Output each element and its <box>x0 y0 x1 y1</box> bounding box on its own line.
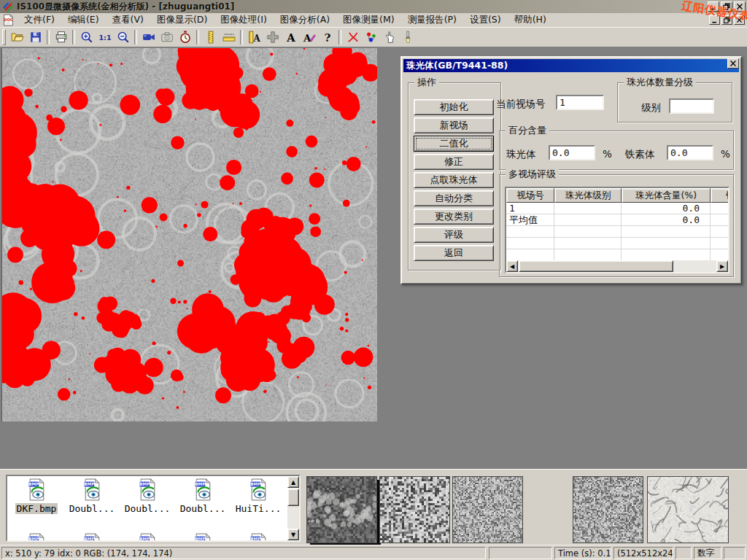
video-capture-icon[interactable] <box>139 28 158 47</box>
op-button-2[interactable]: 新视场 <box>414 117 494 133</box>
file-name[interactable]: Doubl... <box>123 503 172 514</box>
table-column-header-2[interactable]: 珠光体级别 <box>554 188 622 203</box>
ruler-horizontal-icon[interactable] <box>220 28 238 47</box>
timer-icon[interactable] <box>176 28 194 47</box>
file-list-vscrollbar[interactable]: ▲ ▼ <box>287 476 299 540</box>
op-button-7[interactable]: 更改类别 <box>414 209 494 225</box>
mdi-close-icon[interactable] <box>734 15 745 25</box>
thumbnail-4[interactable] <box>573 476 643 543</box>
svg-text:BMP: BMP <box>28 537 39 541</box>
move-icon[interactable] <box>263 28 282 47</box>
table-row[interactable] <box>506 226 728 238</box>
thumbnail-5[interactable] <box>647 476 729 543</box>
scroll-left-icon[interactable]: ◀ <box>506 260 518 272</box>
file-item-partial[interactable]: BMP <box>177 533 229 542</box>
svg-text:1:1: 1:1 <box>98 34 111 42</box>
table-column-header-3[interactable]: 珠光体含量(%) <box>622 188 711 203</box>
table-row[interactable] <box>506 249 728 261</box>
close-icon[interactable] <box>734 1 746 12</box>
micrograph-image[interactable] <box>1 48 377 421</box>
menu-item-9[interactable]: 设置(S) <box>463 13 508 27</box>
op-button-5[interactable]: 点取珠光体 <box>414 172 494 188</box>
table-row[interactable] <box>506 238 728 249</box>
particle-analysis-icon[interactable] <box>362 28 380 47</box>
dialog-title-bar[interactable]: 珠光体(GB/T9441-88) <box>403 59 739 72</box>
dialog-close-icon[interactable] <box>727 58 739 69</box>
menu-item-4[interactable]: 图像显示(D) <box>150 13 214 27</box>
app-icon[interactable] <box>2 1 14 12</box>
save-icon[interactable] <box>26 28 44 47</box>
document-icon[interactable]: DOC <box>2 14 15 26</box>
op-button-3[interactable]: 二值化 <box>414 136 494 152</box>
op-button-4[interactable]: 修正 <box>414 154 494 170</box>
op-button-1[interactable]: 初始化 <box>414 99 494 115</box>
table-column-header-4[interactable]: 铁素体 <box>711 188 729 203</box>
curve-tool-icon[interactable] <box>344 28 362 47</box>
text-label-icon[interactable]: A <box>282 28 300 47</box>
thumbnail-3[interactable] <box>452 476 523 543</box>
menu-item-10[interactable]: 帮助(H) <box>508 13 553 27</box>
menu-item-8[interactable]: 测量报告(P) <box>401 13 463 27</box>
zoom-out-icon[interactable] <box>114 28 132 47</box>
annotate-icon[interactable]: A <box>300 28 318 47</box>
op-button-6[interactable]: 自动分类 <box>414 190 494 206</box>
file-item-partial[interactable]: BMP <box>232 533 285 542</box>
file-item[interactable]: BMPHuiTi... <box>232 478 285 515</box>
file-browser-panel: ▲ ▼ BMPDKF.bmpBMPBMPDoubl...BMPBMPDoubl.… <box>0 469 747 545</box>
current-field-input[interactable] <box>556 95 604 110</box>
file-name[interactable]: HuiTi... <box>234 503 283 514</box>
op-button-9[interactable]: 返回 <box>414 245 494 261</box>
snapshot-icon[interactable] <box>158 28 176 47</box>
brush-tool-icon[interactable] <box>398 28 417 47</box>
zoom-in-icon[interactable] <box>77 28 96 47</box>
menu-item-1[interactable]: 文件(F) <box>18 13 61 27</box>
table-row[interactable]: 平均值0.0 <box>506 214 728 226</box>
print-icon[interactable] <box>52 28 70 47</box>
scroll-up-icon[interactable]: ▲ <box>287 476 299 488</box>
op-button-8[interactable]: 评级 <box>414 227 494 243</box>
bmp-file-icon: BMP <box>121 533 174 542</box>
menu-item-5[interactable]: 图像处理(I) <box>214 13 273 27</box>
ferrite-percent-input[interactable] <box>667 145 713 160</box>
svg-text:BMP: BMP <box>250 482 260 486</box>
file-item-partial[interactable]: BMP <box>121 533 174 542</box>
actual-size-icon[interactable]: 1:1 <box>96 28 114 47</box>
toolbar-grip[interactable] <box>2 29 6 45</box>
thumbnail-1[interactable] <box>306 476 377 543</box>
menu-item-7[interactable]: 图像测量(M) <box>336 13 401 27</box>
file-list[interactable]: ▲ ▼ BMPDKF.bmpBMPBMPDoubl...BMPBMPDoubl.… <box>6 475 301 542</box>
file-name[interactable]: Doubl... <box>179 503 228 514</box>
bmp-file-icon: BMP <box>66 533 118 542</box>
calibration-icon[interactable]: A <box>245 28 263 47</box>
hscroll-thumb[interactable] <box>519 260 673 272</box>
minimize-icon[interactable] <box>708 1 719 12</box>
open-file-icon[interactable] <box>8 28 26 47</box>
menu-item-6[interactable]: 图像分析(A) <box>274 13 336 27</box>
table-hscrollbar[interactable]: ◀ ▶ <box>506 260 728 272</box>
table-column-header-1[interactable]: 视场号 <box>506 188 554 203</box>
help-icon[interactable]: ? <box>318 28 336 47</box>
table-row[interactable]: 10.0 <box>506 203 728 214</box>
scroll-right-icon[interactable]: ▶ <box>716 260 728 272</box>
menu-item-2[interactable]: 编辑(E) <box>61 13 106 27</box>
menu-item-3[interactable]: 查看(V) <box>106 13 150 27</box>
file-name[interactable]: DKF.bmp <box>15 503 58 514</box>
level-input[interactable] <box>669 98 714 114</box>
scroll-down-icon[interactable]: ▼ <box>287 529 299 540</box>
svg-text:BMP: BMP <box>195 482 205 486</box>
file-item[interactable]: BMPDoubl... <box>177 478 229 515</box>
ruler-vertical-icon[interactable] <box>201 28 220 47</box>
file-item[interactable]: BMPDKF.bmp <box>10 478 63 515</box>
mdi-restore-icon[interactable] <box>721 15 732 25</box>
file-item[interactable]: BMPDoubl... <box>121 478 174 515</box>
file-item-partial[interactable]: BMP <box>66 533 118 542</box>
file-item-partial[interactable]: BMP <box>10 533 63 542</box>
vscroll-thumb[interactable] <box>287 489 299 506</box>
mdi-minimize-icon[interactable] <box>709 15 720 25</box>
restore-icon[interactable] <box>721 1 732 12</box>
file-item[interactable]: BMPDoubl... <box>66 478 118 515</box>
hand-tool-icon[interactable] <box>380 28 398 47</box>
thumbnail-2[interactable] <box>379 476 450 543</box>
file-name[interactable]: Doubl... <box>68 503 117 514</box>
pearlite-percent-input[interactable] <box>549 145 595 160</box>
